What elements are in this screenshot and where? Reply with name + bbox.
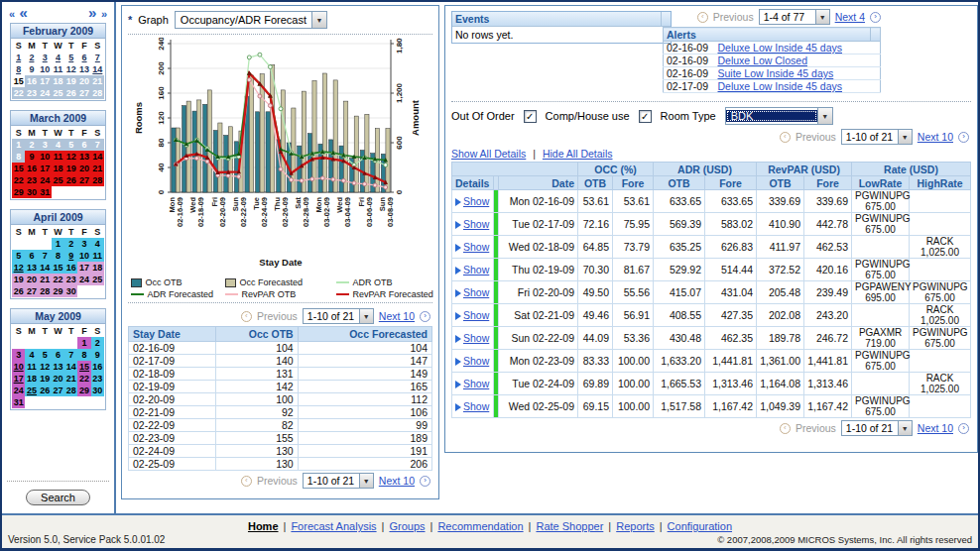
previous-page-icon[interactable]: ‹ [780, 132, 791, 143]
next-button[interactable]: Next 10 [918, 131, 953, 143]
next-button[interactable]: Next 10 [379, 310, 415, 322]
calendar-day[interactable]: 2 [25, 139, 38, 151]
calendar-day[interactable]: 23 [25, 87, 38, 99]
calendar-day[interactable]: 13 [77, 63, 90, 75]
chevron-down-icon[interactable] [815, 10, 829, 24]
calendar-day[interactable]: 2 [91, 337, 104, 349]
calendar-day[interactable]: 8 [12, 63, 25, 75]
calendar-day[interactable]: 23 [25, 174, 38, 186]
calendar-day[interactable]: 14 [64, 361, 77, 373]
calendar-day[interactable]: 20 [77, 163, 90, 174]
calendar-day[interactable]: 12 [64, 151, 77, 163]
calendar-day[interactable]: 12 [64, 63, 77, 75]
footer-nav-recommendation[interactable]: Recommendation [437, 520, 523, 532]
calendar-day[interactable]: 9 [64, 250, 77, 262]
calendar-day[interactable]: 16 [25, 75, 38, 87]
footer-nav-rate-shopper[interactable]: Rate Shopper [536, 520, 603, 532]
calendar-day[interactable]: 18 [52, 163, 64, 174]
calendar-day[interactable]: 17 [77, 262, 90, 274]
calendar-day[interactable]: 24 [12, 385, 25, 396]
footer-nav-groups[interactable]: Groups [389, 520, 425, 532]
next-button[interactable]: Next 4 [835, 11, 865, 23]
prev-year-icon[interactable]: « [9, 8, 15, 20]
prev-month-icon[interactable]: « [20, 4, 28, 21]
next-page-icon[interactable]: › [420, 476, 430, 487]
chevron-down-icon[interactable] [311, 12, 326, 28]
calendar-day[interactable]: 26 [64, 87, 77, 99]
alert-link[interactable]: Deluxe Low Closed [718, 55, 807, 66]
next-page-icon[interactable]: › [420, 311, 430, 322]
calendar-day[interactable]: 28 [64, 385, 77, 396]
show-details-link[interactable]: Show [463, 332, 489, 344]
previous-button[interactable]: Previous [796, 131, 836, 143]
previous-button[interactable]: Previous [257, 475, 298, 487]
calendar-day[interactable]: 16 [25, 163, 38, 174]
alert-link[interactable]: Deluxe Low Inside 45 days [718, 80, 843, 92]
calendar-day[interactable]: 27 [77, 87, 90, 99]
calendar-day[interactable]: 5 [12, 250, 25, 262]
calendar-day[interactable]: 12 [39, 361, 52, 373]
calendar-day[interactable]: 17 [39, 163, 52, 174]
calendar-day[interactable]: 6 [52, 349, 64, 361]
calendar-day[interactable]: 18 [91, 262, 104, 274]
calendar-day[interactable]: 15 [12, 75, 25, 87]
calendar-day[interactable]: 5 [64, 139, 77, 151]
calendar-day[interactable]: 1 [12, 139, 25, 151]
alert-link[interactable]: Suite Low Inside 45 days [718, 67, 834, 79]
calendar-day[interactable]: 28 [91, 87, 104, 99]
calendar-day[interactable]: 31 [12, 396, 25, 408]
previous-button[interactable]: Previous [257, 310, 298, 322]
calendar-day[interactable]: 11 [25, 361, 38, 373]
calendar-day[interactable]: 21 [64, 373, 77, 385]
calendar-day[interactable]: 31 [39, 186, 52, 198]
room-type-select[interactable]: BDK [725, 107, 833, 125]
calendar-day[interactable]: 3 [39, 139, 52, 151]
previous-page-icon[interactable]: ‹ [697, 12, 708, 23]
page-range-select[interactable]: 1-10 of 21 [303, 473, 374, 489]
page-range-select[interactable]: 1-10 of 21 [841, 129, 913, 145]
calendar-day[interactable]: 30 [64, 285, 77, 297]
chevron-down-icon[interactable] [898, 130, 912, 144]
calendar-day[interactable]: 24 [39, 87, 52, 99]
calendar-day[interactable]: 30 [25, 186, 38, 198]
calendar-day[interactable]: 10 [77, 250, 90, 262]
calendar-day[interactable]: 9 [91, 349, 104, 361]
calendar-day[interactable]: 24 [39, 174, 52, 186]
calendar-day[interactable]: 6 [77, 52, 90, 63]
calendar-day[interactable]: 21 [91, 75, 104, 87]
calendar-day[interactable]: 13 [52, 361, 64, 373]
calendar-day[interactable]: 4 [91, 238, 104, 250]
show-details-link[interactable]: Show [463, 264, 489, 276]
calendar-day[interactable]: 3 [77, 238, 90, 250]
calendar-day[interactable]: 10 [12, 361, 25, 373]
show-details-link[interactable]: Show [463, 286, 489, 298]
next-button[interactable]: Next 10 [918, 422, 953, 434]
show-details-link[interactable]: Show [463, 355, 489, 367]
calendar-day[interactable]: 8 [52, 250, 64, 262]
calendar-day[interactable]: 7 [91, 52, 104, 63]
next-month-icon[interactable]: » [88, 4, 96, 21]
graph-type-select[interactable]: Occupancy/ADR Forecast [175, 11, 327, 29]
calendar-day[interactable]: 5 [64, 52, 77, 63]
calendar-day[interactable]: 9 [25, 151, 38, 163]
calendar-day[interactable]: 2 [25, 52, 38, 63]
page-range-select[interactable]: 1-10 of 21 [841, 420, 913, 436]
footer-nav-reports[interactable]: Reports [616, 520, 655, 532]
page-range-select[interactable]: 1-4 of 77 [759, 9, 830, 25]
calendar-day[interactable]: 5 [39, 349, 52, 361]
show-details-link[interactable]: Show [463, 218, 489, 230]
calendar-day[interactable]: 28 [91, 174, 104, 186]
calendar-day[interactable]: 28 [39, 285, 52, 297]
calendar-day[interactable]: 16 [64, 262, 77, 274]
calendar-day[interactable]: 14 [39, 262, 52, 274]
show-details-link[interactable]: Show [463, 309, 489, 321]
calendar-day[interactable]: 15 [52, 262, 64, 274]
calendar-day[interactable]: 7 [91, 139, 104, 151]
calendar-day[interactable]: 8 [12, 151, 25, 163]
calendar-day[interactable]: 20 [77, 75, 90, 87]
calendar-day[interactable]: 23 [91, 373, 104, 385]
calendar-day[interactable]: 26 [64, 174, 77, 186]
calendar-day[interactable]: 26 [12, 285, 25, 297]
show-details-link[interactable]: Show [463, 241, 489, 253]
show-details-link[interactable]: Show [463, 195, 489, 207]
